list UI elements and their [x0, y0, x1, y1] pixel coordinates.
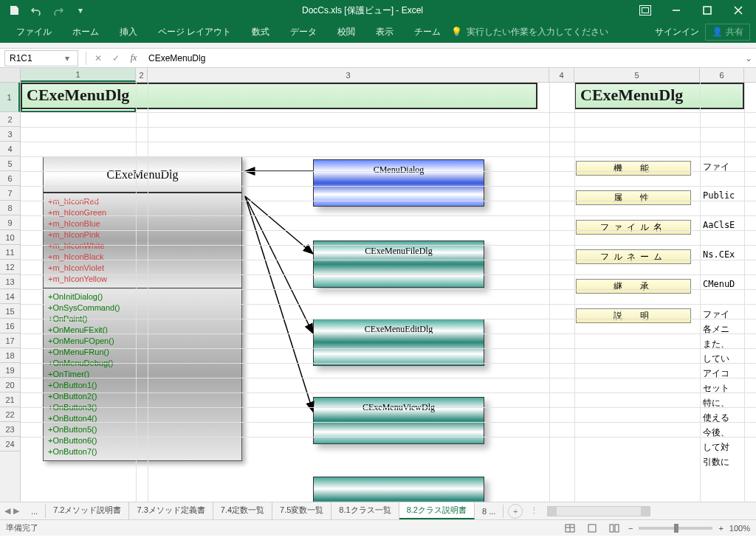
row-headers: 123456789101112131415161718192021222324: [0, 83, 21, 502]
uml-field: +m_hIconYellow: [48, 274, 237, 285]
sheet-tab-prefix[interactable]: ...: [24, 505, 46, 518]
row-header[interactable]: 6: [0, 171, 20, 186]
svg-rect-9: [588, 525, 596, 532]
sheet-tab-suffix[interactable]: 8 ...: [475, 505, 504, 518]
sheet-nav-prev-icon[interactable]: ◀: [4, 506, 10, 516]
zoom-level[interactable]: 100%: [729, 524, 750, 533]
row-header[interactable]: 7: [0, 186, 20, 201]
sheet-tab[interactable]: 7.5変数一覧: [272, 502, 331, 519]
row-header[interactable]: 12: [0, 260, 20, 274]
cell-value: して対: [703, 441, 729, 454]
row-header[interactable]: 9: [0, 215, 20, 230]
uml-field: +m_hIconWhite: [48, 241, 237, 252]
column-header[interactable]: 2: [136, 68, 148, 82]
tab-review[interactable]: 校閲: [327, 21, 365, 43]
save-icon[interactable]: [4, 2, 24, 18]
cells-area[interactable]: CExeMenuDlg CExeMenuDlg CExeMenuDlg +m_h…: [21, 83, 756, 502]
row-header[interactable]: 16: [0, 319, 20, 333]
sheet-tab[interactable]: 8.1クラス一覧: [331, 502, 399, 519]
uml-field: +m_hIconViolet: [48, 263, 237, 274]
row-header[interactable]: 14: [0, 289, 20, 304]
row-header[interactable]: 24: [0, 437, 20, 452]
close-icon[interactable]: [724, 1, 753, 19]
tab-data[interactable]: データ: [280, 21, 327, 43]
row-header[interactable]: 23: [0, 422, 20, 437]
tab-file[interactable]: ファイル: [6, 21, 62, 43]
row-header[interactable]: 22: [0, 407, 20, 422]
sheet-tab[interactable]: 7.4定数一覧: [213, 502, 272, 519]
row-header[interactable]: 18: [0, 348, 20, 363]
name-box[interactable]: R1C1 ▾: [4, 50, 78, 66]
window-title: DocCs.xls [保護ビュー] - Excel: [94, 4, 630, 17]
tell-me-search[interactable]: 💡 実行したい作業を入力してください: [451, 26, 608, 38]
column-header[interactable]: 1: [21, 68, 136, 82]
fx-icon[interactable]: fx: [125, 50, 142, 66]
minimize-icon[interactable]: [662, 1, 691, 19]
tab-view[interactable]: 表示: [365, 21, 404, 43]
qat-customize-icon[interactable]: ▾: [71, 2, 90, 18]
property-label: 属 性: [576, 190, 691, 205]
tab-team[interactable]: チーム: [404, 21, 451, 43]
zoom-in-icon[interactable]: +: [718, 524, 723, 533]
redo-icon[interactable]: [49, 2, 68, 18]
share-label: 共有: [726, 26, 743, 38]
zoom-out-icon[interactable]: −: [628, 524, 633, 533]
cancel-icon[interactable]: ✕: [89, 50, 107, 66]
horizontal-scrollbar[interactable]: [547, 506, 650, 516]
row-header[interactable]: 1: [0, 83, 20, 112]
row-header[interactable]: 8: [0, 201, 20, 215]
tab-formulas[interactable]: 数式: [241, 21, 280, 43]
column-header[interactable]: 6: [700, 68, 744, 82]
row-header[interactable]: 21: [0, 392, 20, 407]
share-button[interactable]: 👤 共有: [705, 24, 750, 41]
column-header[interactable]: 4: [549, 68, 574, 82]
row-header[interactable]: 13: [0, 274, 20, 289]
signin-link[interactable]: サインイン: [655, 26, 699, 38]
row-header[interactable]: 19: [0, 363, 20, 378]
view-normal-icon[interactable]: [562, 522, 578, 535]
row-header[interactable]: 11: [0, 245, 20, 260]
add-sheet-icon[interactable]: +: [508, 504, 523, 519]
expand-formula-icon[interactable]: ⌄: [741, 53, 756, 63]
row-header[interactable]: 3: [0, 127, 20, 142]
uml-field: +m_hIconPink: [48, 229, 237, 241]
sheet-nav-next-icon[interactable]: ▶: [13, 506, 19, 516]
column-header[interactable]: 5: [574, 68, 700, 82]
zoom-slider[interactable]: [639, 527, 712, 530]
cell-value: Public: [703, 190, 735, 201]
uml-field: +m_hIconRed: [48, 196, 237, 207]
cell-value: CMenuD: [703, 279, 735, 289]
ribbon-options-icon[interactable]: [630, 1, 660, 19]
maximize-icon[interactable]: [693, 1, 722, 19]
chevron-down-icon[interactable]: ▾: [61, 53, 73, 63]
formula-input[interactable]: CExeMenuDlg: [142, 53, 741, 63]
tab-home[interactable]: ホーム: [62, 21, 109, 43]
sheet-more-icon[interactable]: ⋮: [527, 506, 541, 516]
sheet-tab[interactable]: 7.3メソッド定義書: [129, 502, 213, 519]
row-header[interactable]: 4: [0, 142, 20, 156]
select-all-corner[interactable]: [0, 68, 21, 82]
enter-icon[interactable]: ✓: [107, 50, 125, 66]
row-header[interactable]: 5: [0, 156, 20, 171]
row-header[interactable]: 2: [0, 112, 20, 127]
tab-page-layout[interactable]: ページ レイアウト: [148, 21, 241, 43]
undo-icon[interactable]: [27, 2, 46, 18]
view-page-break-icon[interactable]: [606, 522, 622, 535]
uml-method: +OnButton1(): [48, 380, 237, 391]
diagram-box: CExeMenuEditDlg: [313, 319, 484, 366]
cell-value: AaClsE: [703, 220, 735, 230]
row-header[interactable]: 17: [0, 333, 20, 348]
sheet-tab[interactable]: 7.2メソッド説明書: [46, 502, 129, 519]
row-header[interactable]: 20: [0, 378, 20, 392]
titlebar: ▾ DocCs.xls [保護ビュー] - Excel: [0, 0, 756, 21]
column-header[interactable]: 3: [148, 68, 549, 82]
tab-insert[interactable]: 挿入: [109, 21, 148, 43]
view-page-layout-icon[interactable]: [584, 522, 600, 535]
row-header[interactable]: 10: [0, 230, 20, 245]
sheet-tab[interactable]: 8.2クラス説明書: [399, 502, 475, 519]
cell-value: 引数に: [703, 456, 729, 468]
diagram-box: CExeMenuFileDlg: [313, 241, 484, 288]
uml-method: +OnButton5(): [48, 424, 237, 435]
row-header[interactable]: 15: [0, 304, 20, 319]
ribbon-divider: [0, 43, 756, 49]
